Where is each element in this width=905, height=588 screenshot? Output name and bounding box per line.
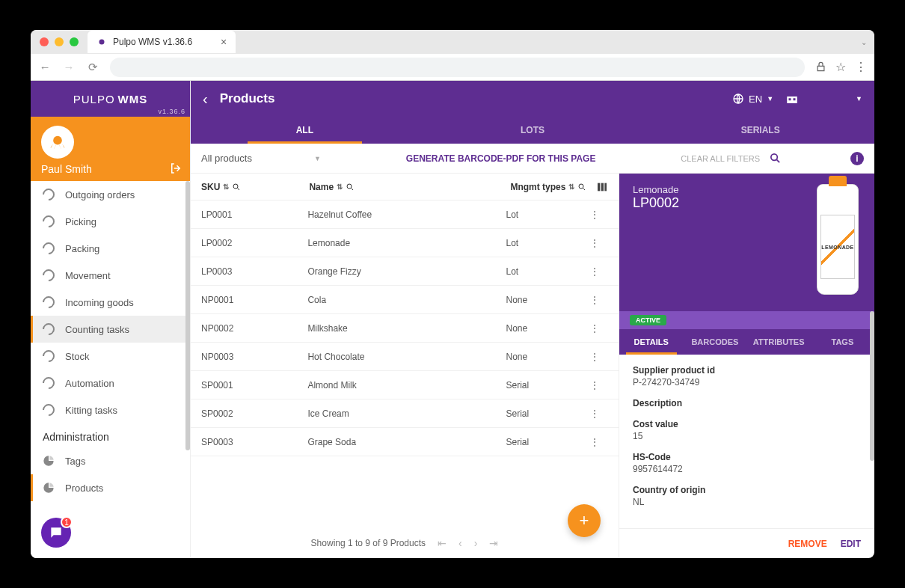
- nav-movement[interactable]: Movement: [31, 262, 190, 289]
- nav-automation[interactable]: Automation: [31, 370, 190, 396]
- maximize-window-icon[interactable]: [70, 37, 79, 46]
- svg-rect-11: [601, 183, 604, 191]
- sidebar-scrollbar[interactable]: [185, 181, 190, 450]
- svg-rect-12: [604, 183, 607, 191]
- table-row[interactable]: NP0001ColaNone⋮: [191, 286, 619, 314]
- cell-sku: LP0001: [201, 209, 307, 220]
- back-arrow-icon[interactable]: ‹: [203, 91, 208, 108]
- detail-tab-barcodes[interactable]: BARCODES: [683, 329, 746, 355]
- row-actions-icon[interactable]: ⋮: [590, 238, 608, 248]
- field-label: Description: [633, 398, 861, 408]
- detail-tab-details[interactable]: DETAILS: [619, 329, 683, 355]
- table-row[interactable]: LP0001Hazelnut CoffeeLot⋮: [191, 200, 619, 229]
- table-row[interactable]: LP0002LemonadeLot⋮: [191, 229, 619, 257]
- cell-mgmt: Serial: [506, 380, 591, 391]
- nav-stock[interactable]: Stock: [31, 343, 190, 370]
- brand-logo: PULPO WMS v1.36.6: [31, 81, 190, 117]
- nav-kitting-tasks[interactable]: Kitting tasks: [31, 396, 190, 423]
- page-header: ‹ Products EN ▼ ▼: [191, 81, 874, 144]
- cell-name: Almond Milk: [307, 380, 506, 391]
- nav-picking[interactable]: Picking: [31, 208, 190, 235]
- remove-button[interactable]: REMOVE: [788, 539, 827, 549]
- col-name-header[interactable]: Name ⇅: [309, 182, 510, 192]
- add-product-fab[interactable]: +: [568, 504, 601, 537]
- logout-icon[interactable]: [169, 162, 182, 175]
- row-actions-icon[interactable]: ⋮: [590, 352, 608, 362]
- row-actions-icon[interactable]: ⋮: [590, 323, 608, 334]
- browser-forward-icon[interactable]: →: [62, 61, 76, 73]
- minimize-window-icon[interactable]: [55, 37, 64, 46]
- tab-lots[interactable]: LOTS: [419, 117, 647, 144]
- cell-sku: LP0002: [201, 238, 307, 248]
- bookmark-star-icon[interactable]: ☆: [835, 60, 846, 74]
- last-page-icon[interactable]: ⇥: [489, 537, 498, 549]
- cell-name: Cola: [307, 295, 506, 305]
- header-dropdown-icon[interactable]: ▼: [856, 95, 862, 102]
- field-label: Supplier product id: [633, 365, 861, 376]
- nav-outgoing-orders[interactable]: Outgoing orders: [31, 181, 190, 208]
- chat-button[interactable]: 1: [41, 518, 71, 548]
- field-value: 15: [633, 431, 861, 441]
- field-cost: Cost value 15: [633, 419, 861, 441]
- nav-packing[interactable]: Packing: [31, 235, 190, 262]
- pie-icon: [43, 482, 55, 494]
- first-page-icon[interactable]: ⇤: [438, 537, 447, 549]
- search-icon: [232, 183, 241, 192]
- table-row[interactable]: SP0003Grape SodaSerial⋮: [191, 428, 619, 456]
- pie-icon: [43, 455, 55, 467]
- cell-name: Ice Cream: [307, 408, 506, 419]
- brand-version: v1.36.6: [158, 108, 185, 115]
- cell-mgmt: Serial: [506, 437, 591, 447]
- generate-barcode-button[interactable]: GENERATE BARCODE-PDF FOR THIS PAGE: [330, 153, 672, 164]
- tab-serials[interactable]: SERIALS: [646, 117, 874, 144]
- prev-page-icon[interactable]: ‹: [458, 537, 462, 549]
- share-icon[interactable]: [815, 61, 826, 73]
- detail-tab-tags[interactable]: TAGS: [811, 329, 874, 355]
- search-icon[interactable]: [769, 152, 782, 165]
- header-tabs: ALL LOTS SERIALS: [191, 117, 874, 144]
- row-actions-icon[interactable]: ⋮: [590, 295, 608, 305]
- col-sku-header[interactable]: SKU ⇅: [201, 182, 309, 192]
- table-row[interactable]: NP0003Hot ChocolateNone⋮: [191, 343, 619, 371]
- tab-close-icon[interactable]: ×: [221, 36, 227, 48]
- close-window-icon[interactable]: [40, 37, 49, 46]
- browser-tab[interactable]: Pulpo WMS v1.36.6 ×: [88, 31, 236, 53]
- next-page-icon[interactable]: ›: [474, 537, 478, 549]
- detail-tab-attributes[interactable]: ATTRIBUTES: [747, 329, 811, 355]
- row-actions-icon[interactable]: ⋮: [590, 380, 608, 391]
- table-row[interactable]: NP0002MilkshakeNone⋮: [191, 314, 619, 343]
- table-row[interactable]: SP0001Almond MilkSerial⋮: [191, 371, 619, 399]
- search-icon: [346, 183, 355, 192]
- browser-back-icon[interactable]: ←: [38, 61, 52, 73]
- language-selector[interactable]: EN ▼: [732, 93, 773, 105]
- edit-button[interactable]: EDIT: [841, 539, 861, 549]
- row-actions-icon[interactable]: ⋮: [590, 209, 608, 220]
- detail-scrollbar[interactable]: [870, 311, 874, 461]
- browser-menu-icon[interactable]: ⋮: [855, 60, 867, 74]
- cell-name: Orange Fizzy: [307, 266, 506, 277]
- avatar[interactable]: [41, 126, 74, 159]
- nav-counting-tasks[interactable]: Counting tasks: [31, 316, 190, 343]
- browser-reload-icon[interactable]: ⟳: [86, 61, 99, 74]
- tab-all[interactable]: ALL: [191, 117, 419, 144]
- row-actions-icon[interactable]: ⋮: [590, 408, 608, 419]
- table-row[interactable]: SP0002Ice CreamSerial⋮: [191, 399, 619, 428]
- nav-tags[interactable]: Tags: [31, 447, 190, 474]
- col-mgmt-header[interactable]: Mngmt types ⇅: [510, 182, 596, 192]
- nav-label: Stock: [65, 351, 90, 362]
- app-window: Pulpo WMS v1.36.6 × ⌄ ← → ⟳ ☆ ⋮ PULPO WM…: [31, 30, 874, 558]
- detail-footer: REMOVE EDIT: [619, 528, 874, 558]
- row-actions-icon[interactable]: ⋮: [590, 266, 608, 277]
- row-actions-icon[interactable]: ⋮: [590, 437, 608, 447]
- clear-filters-button[interactable]: CLEAR ALL FILTERS: [681, 154, 760, 163]
- nav-incoming-goods[interactable]: Incoming goods: [31, 289, 190, 316]
- nav-products[interactable]: Products: [31, 474, 190, 501]
- url-bar[interactable]: [110, 58, 805, 77]
- column-toggle-icon[interactable]: [596, 181, 608, 193]
- info-icon[interactable]: i: [850, 152, 864, 165]
- warehouse-selector[interactable]: [785, 92, 799, 105]
- status-badge: ACTIVE: [630, 315, 666, 325]
- product-filter-select[interactable]: All products ▼: [201, 153, 321, 164]
- tabs-chevron-icon[interactable]: ⌄: [861, 38, 867, 46]
- table-row[interactable]: LP0003Orange FizzyLot⋮: [191, 257, 619, 286]
